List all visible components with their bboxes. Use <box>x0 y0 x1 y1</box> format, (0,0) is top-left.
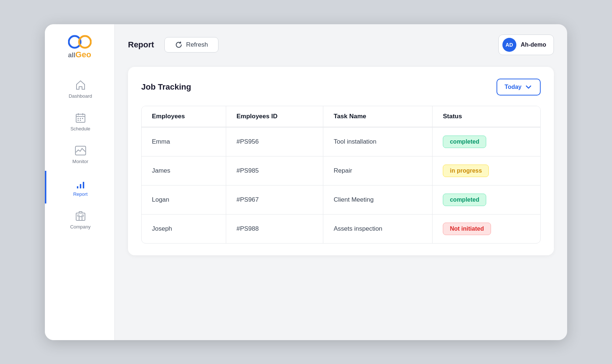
task-name: Tool installation <box>323 127 433 156</box>
allgeo-logo-icon <box>68 35 92 49</box>
svg-rect-18 <box>82 215 83 216</box>
svg-rect-14 <box>83 182 84 188</box>
logo-text: allGeo <box>68 50 91 60</box>
task-name: Repair <box>323 156 433 185</box>
report-icon <box>75 177 86 189</box>
status-cell: completed <box>433 185 540 214</box>
status-cell: completed <box>433 127 540 156</box>
user-badge[interactable]: AD Ah-demo <box>498 35 554 55</box>
employee-name: Joseph <box>142 214 226 243</box>
employee-name: Logan <box>142 185 226 214</box>
employee-id: #PS967 <box>226 185 323 214</box>
status-cell: Not initiated <box>433 214 540 243</box>
status-badge: Not initiated <box>443 223 491 235</box>
section-title: Job Tracking <box>141 82 191 92</box>
user-name: Ah-demo <box>521 42 546 48</box>
employee-id: #PS988 <box>226 214 323 243</box>
sidebar-item-monitor[interactable]: Monitor <box>45 138 114 171</box>
table-header-row: Employees Employees ID Task Name Status <box>142 106 540 127</box>
svg-rect-7 <box>80 118 81 119</box>
app-container: allGeo Dashboard <box>45 24 567 340</box>
refresh-button[interactable]: Refresh <box>164 37 219 53</box>
sidebar-item-report[interactable]: Report <box>45 171 114 203</box>
status-badge: completed <box>443 136 486 148</box>
svg-rect-9 <box>78 120 79 121</box>
monitor-icon <box>75 145 86 156</box>
svg-rect-16 <box>79 217 82 220</box>
company-icon <box>75 210 86 222</box>
table-row: Emma #PS956 Tool installation completed <box>142 127 540 156</box>
refresh-icon <box>175 41 182 48</box>
filter-dropdown[interactable]: Today <box>497 79 541 95</box>
status-badge: completed <box>443 194 486 206</box>
header-left: Report Refresh <box>128 37 218 53</box>
col-employees-id: Employees ID <box>226 106 323 127</box>
home-icon <box>75 79 86 91</box>
svg-rect-17 <box>78 215 79 216</box>
avatar: AD <box>502 38 516 52</box>
col-task-name: Task Name <box>323 106 433 127</box>
employee-id: #PS956 <box>226 127 323 156</box>
employee-name: James <box>142 156 226 185</box>
nav-menu: Dashboard Schedule <box>45 73 114 236</box>
logo: allGeo <box>68 35 92 60</box>
svg-rect-6 <box>78 118 79 119</box>
header: Report Refresh AD Ah-demo <box>128 35 554 55</box>
sidebar-item-schedule[interactable]: Schedule <box>45 105 114 138</box>
sidebar-item-label: Monitor <box>72 159 88 164</box>
job-tracking-table: Employees Employees ID Task Name Status … <box>141 106 541 244</box>
sidebar-item-label: Schedule <box>70 126 90 131</box>
task-name: Assets inspection <box>323 214 433 243</box>
col-employees: Employees <box>142 106 226 127</box>
svg-rect-12 <box>77 186 78 188</box>
chevron-down-icon <box>524 83 533 91</box>
svg-rect-10 <box>80 120 81 121</box>
sidebar-item-label: Dashboard <box>69 93 92 99</box>
sidebar-item-dashboard[interactable]: Dashboard <box>45 73 114 105</box>
section-header: Job Tracking Today <box>141 79 541 95</box>
refresh-label: Refresh <box>186 41 208 48</box>
calendar-icon <box>75 112 86 124</box>
table-row: James #PS985 Repair in progress <box>142 156 540 185</box>
status-cell: in progress <box>433 156 540 185</box>
sidebar-item-label: Company <box>70 224 91 230</box>
employee-id: #PS985 <box>226 156 323 185</box>
svg-rect-13 <box>80 184 81 188</box>
task-name: Client Meeting <box>323 185 433 214</box>
col-status: Status <box>433 106 540 127</box>
main-content: Report Refresh AD Ah-demo Job Tracking <box>115 24 567 340</box>
status-badge: in progress <box>443 165 489 177</box>
page-title: Report <box>128 40 154 50</box>
sidebar-item-label: Report <box>73 191 88 197</box>
content-card: Job Tracking Today Employees Employees I… <box>128 67 554 255</box>
table-row: Joseph #PS988 Assets inspection Not init… <box>142 214 540 243</box>
table-row: Logan #PS967 Client Meeting completed <box>142 185 540 214</box>
employee-name: Emma <box>142 127 226 156</box>
sidebar-item-company[interactable]: Company <box>45 203 114 236</box>
svg-rect-8 <box>82 118 83 119</box>
filter-label: Today <box>505 84 522 90</box>
sidebar: allGeo Dashboard <box>45 24 115 340</box>
